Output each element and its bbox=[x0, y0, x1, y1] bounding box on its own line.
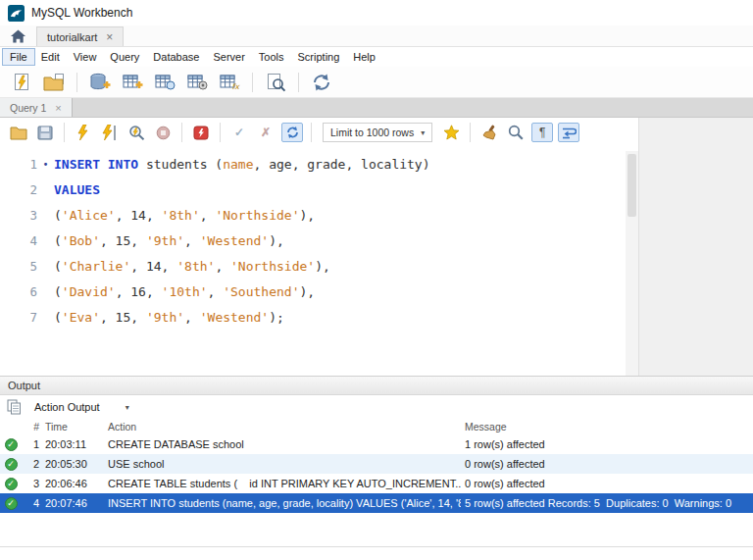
menu-item-tools[interactable]: Tools bbox=[252, 49, 291, 65]
line-number: 6 bbox=[0, 284, 37, 299]
output-toolbar: Action Output ▾ bbox=[0, 395, 753, 419]
toolbar-separator bbox=[76, 73, 77, 92]
open-sql-script-icon[interactable] bbox=[41, 71, 67, 94]
new-sql-tab-icon[interactable] bbox=[9, 71, 34, 94]
create-schema-icon[interactable] bbox=[87, 71, 113, 94]
editor-pane: ✓ ✗ Limit to 1000 rows ▾ bbox=[0, 118, 638, 376]
output-view-selector[interactable]: Action Output ▾ bbox=[30, 399, 133, 415]
document-tab-strip: tutorialkart × bbox=[0, 25, 753, 47]
find-icon[interactable] bbox=[505, 123, 527, 142]
row-time: 20:03:11 bbox=[39, 438, 102, 450]
bottom-splitter[interactable] bbox=[0, 546, 753, 547]
open-file-icon[interactable] bbox=[8, 123, 29, 142]
reconnect-dbms-icon[interactable] bbox=[309, 71, 334, 94]
line-number: 7 bbox=[0, 310, 37, 325]
code-line: 2VALUES bbox=[0, 177, 626, 202]
status-cell: ✓ bbox=[0, 438, 22, 451]
window-title: MySQL Workbench bbox=[31, 6, 132, 20]
row-message: 0 row(s) affected bbox=[461, 478, 753, 489]
execute-current-icon[interactable] bbox=[99, 123, 121, 142]
explain-icon[interactable] bbox=[126, 123, 147, 142]
line-number: 5 bbox=[0, 259, 37, 274]
chevron-down-icon: ▾ bbox=[421, 128, 425, 137]
row-action: CREATE TABLE students ( id INT PRIMARY K… bbox=[102, 478, 461, 489]
row-message: 5 row(s) affected Records: 5 Duplicates:… bbox=[461, 497, 753, 509]
create-procedure-icon[interactable] bbox=[184, 71, 210, 94]
code-text: VALUES bbox=[54, 182, 100, 197]
copy-output-icon[interactable] bbox=[7, 399, 22, 415]
beautify-icon[interactable] bbox=[478, 123, 500, 142]
line-number: 1 bbox=[0, 157, 37, 172]
output-rows: ✓120:03:11CREATE DATABASE school1 row(s)… bbox=[0, 434, 753, 513]
output-row[interactable]: ✓320:06:46CREATE TABLE students ( id INT… bbox=[0, 474, 753, 493]
code-line: 5('Charlie', 14, '8th', 'Northside'), bbox=[0, 253, 626, 279]
create-view-icon[interactable] bbox=[152, 71, 177, 94]
commit-icon[interactable]: ✓ bbox=[228, 123, 250, 142]
query-tab-strip: Query 1 × bbox=[0, 98, 753, 118]
create-function-icon[interactable]: fx bbox=[217, 71, 242, 94]
execute-icon[interactable] bbox=[73, 123, 94, 142]
row-action: INSERT INTO students (name, age, grade, … bbox=[102, 497, 461, 509]
tab-close-icon[interactable]: × bbox=[106, 31, 113, 43]
tab-query-1[interactable]: Query 1 × bbox=[0, 98, 73, 117]
row-time: 20:05:30 bbox=[39, 458, 102, 470]
code-line: 1•INSERT INTO students (name, age, grade… bbox=[0, 151, 626, 177]
row-message: 0 row(s) affected bbox=[461, 458, 753, 470]
menu-item-file[interactable]: File bbox=[3, 49, 34, 65]
invisible-chars-icon[interactable]: ¶ bbox=[531, 123, 553, 142]
editor-scrollbar-thumb[interactable] bbox=[628, 154, 636, 217]
output-row[interactable]: ✓220:05:30USE school0 row(s) affected bbox=[0, 454, 753, 474]
time-column-header: Time bbox=[39, 421, 102, 433]
menu-item-scripting[interactable]: Scripting bbox=[291, 49, 347, 65]
row-time: 20:06:46 bbox=[39, 478, 102, 489]
search-table-data-icon[interactable] bbox=[263, 71, 288, 94]
menu-item-view[interactable]: View bbox=[67, 49, 104, 65]
wrap-text-icon[interactable] bbox=[558, 123, 579, 142]
toolbar-separator bbox=[298, 73, 299, 92]
mysql-workbench-window: MySQL Workbench tutorialkart × FileEditV… bbox=[0, 0, 753, 560]
menu-item-server[interactable]: Server bbox=[206, 49, 251, 65]
editor-scrollbar[interactable] bbox=[626, 151, 638, 376]
code-text: ('Bob', 15, '9th', 'Westend'), bbox=[54, 233, 284, 248]
autocommit-icon[interactable] bbox=[281, 123, 303, 142]
row-action: CREATE DATABASE school bbox=[102, 438, 461, 450]
save-script-icon[interactable] bbox=[34, 123, 56, 142]
save-snippet-icon[interactable] bbox=[440, 123, 462, 142]
menu-item-help[interactable]: Help bbox=[346, 49, 382, 65]
menu-item-database[interactable]: Database bbox=[146, 49, 206, 65]
output-panel-header: Output bbox=[0, 376, 753, 395]
line-number: 2 bbox=[0, 182, 37, 197]
code-line: 7('Eva', 15, '9th', 'Westend'); bbox=[0, 304, 626, 330]
output-row[interactable]: ✓120:03:11CREATE DATABASE school1 row(s)… bbox=[0, 434, 753, 454]
code-text: ('Charlie', 14, '8th', 'Northside'), bbox=[54, 259, 330, 274]
create-table-icon[interactable] bbox=[120, 71, 145, 94]
query-tab-label: Query 1 bbox=[10, 102, 46, 114]
status-cell: ✓ bbox=[0, 497, 22, 510]
tab-tutorialkart[interactable]: tutorialkart × bbox=[36, 26, 124, 46]
rollback-icon[interactable]: ✗ bbox=[255, 123, 276, 142]
row-index: 3 bbox=[22, 478, 39, 489]
menu-bar: FileEditViewQueryDatabaseServerToolsScri… bbox=[0, 47, 753, 67]
stop-icon[interactable] bbox=[152, 123, 174, 142]
code-text: ('David', 16, '10th', 'Southend'), bbox=[54, 284, 315, 299]
menu-item-edit[interactable]: Edit bbox=[34, 49, 67, 65]
limit-rows-dropdown[interactable]: Limit to 1000 rows ▾ bbox=[323, 123, 432, 142]
index-column-header: # bbox=[22, 421, 39, 433]
limit-rows-label: Limit to 1000 rows bbox=[330, 127, 414, 138]
stop-on-error-icon[interactable] bbox=[190, 123, 212, 142]
output-panel-title: Output bbox=[8, 380, 40, 391]
menu-item-query[interactable]: Query bbox=[103, 49, 146, 65]
output-table-header: # Time Action Message bbox=[0, 419, 753, 434]
sql-editor[interactable]: 1•INSERT INTO students (name, age, grade… bbox=[0, 147, 638, 376]
toolbar-separator bbox=[252, 73, 253, 92]
code-text: ('Eva', 15, '9th', 'Westend'); bbox=[54, 310, 284, 325]
status-cell: ✓ bbox=[0, 458, 22, 471]
home-tab-icon[interactable] bbox=[10, 28, 26, 44]
title-bar: MySQL Workbench bbox=[0, 0, 753, 25]
row-message: 1 row(s) affected bbox=[461, 438, 753, 450]
statement-marker: • bbox=[37, 159, 54, 170]
query-tab-close-icon[interactable]: × bbox=[55, 102, 61, 114]
toolbar-separator bbox=[470, 123, 471, 142]
output-row[interactable]: ✓420:07:46INSERT INTO students (name, ag… bbox=[0, 493, 753, 513]
editor-zone: ✓ ✗ Limit to 1000 rows ▾ bbox=[0, 118, 753, 376]
